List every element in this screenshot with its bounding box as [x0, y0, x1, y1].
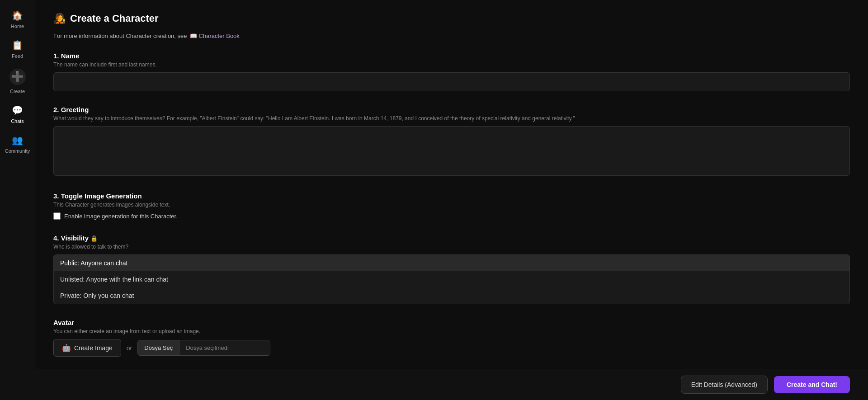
- home-icon: 🏠: [11, 9, 24, 22]
- sidebar-item-chats[interactable]: 💬 Chats: [2, 99, 33, 128]
- image-generation-section: 3. Toggle Image Generation This Characte…: [53, 192, 850, 220]
- name-section-title: 1. Name: [53, 52, 850, 60]
- sidebar-item-community[interactable]: 👥 Community: [2, 129, 33, 158]
- visibility-section: 4. Visibility 🔒 Who is allowed to talk t…: [53, 234, 850, 304]
- greeting-input[interactable]: [53, 126, 850, 176]
- sidebar-item-home-label: Home: [11, 24, 24, 29]
- greeting-section-title: 2. Greeting: [53, 106, 850, 113]
- visibility-section-title: 4. Visibility 🔒: [53, 234, 850, 242]
- name-section: 1. Name The name can include first and l…: [53, 52, 850, 91]
- avatar-section: Avatar You can either create an image fr…: [53, 319, 850, 357]
- or-text: or: [127, 344, 132, 352]
- main-content: 🧑‍🎤 Create a Character For more informat…: [35, 0, 868, 400]
- chats-icon: 💬: [11, 104, 24, 117]
- visibility-option-unlisted[interactable]: Unlisted: Anyone with the link can chat: [54, 271, 849, 287]
- avatar-section-title: Avatar: [53, 319, 850, 326]
- avatar-section-subtitle: You can either create an image from text…: [53, 328, 850, 334]
- sidebar-item-feed-label: Feed: [12, 53, 23, 59]
- visibility-section-subtitle: Who is allowed to talk to them?: [53, 244, 850, 250]
- greeting-section: 2. Greeting What would they say to intro…: [53, 106, 850, 178]
- file-choose-button[interactable]: Dosya Seç: [138, 340, 179, 355]
- file-upload-group: Dosya Seç Dosya seçilmedi: [137, 340, 270, 356]
- feed-icon: 📋: [11, 39, 24, 52]
- character-book-link-text: Character Book: [199, 33, 240, 39]
- image-generation-checkbox-label[interactable]: Enable image generation for this Charact…: [64, 213, 178, 220]
- robot-icon: 🤖: [62, 344, 71, 352]
- greeting-section-subtitle: What would they say to introduce themsel…: [53, 115, 850, 122]
- create-image-button-label: Create Image: [74, 344, 113, 352]
- page-title-row: 🧑‍🎤 Create a Character: [53, 13, 850, 24]
- visibility-lock-icon: 🔒: [90, 235, 98, 242]
- avatar-row: 🤖 Create Image or Dosya Seç Dosya seçilm…: [53, 339, 850, 357]
- image-generation-section-title: 3. Toggle Image Generation: [53, 192, 850, 200]
- visibility-option-private[interactable]: Private: Only you can chat: [54, 287, 849, 304]
- sidebar-item-home[interactable]: 🏠 Home: [2, 5, 33, 33]
- create-image-button[interactable]: 🤖 Create Image: [53, 339, 121, 357]
- image-generation-checkbox-row: Enable image generation for this Charact…: [53, 212, 850, 220]
- visibility-select[interactable]: Public: Anyone can chat Unlisted: Anyone…: [53, 254, 850, 304]
- sidebar-item-create-label: Create: [10, 89, 25, 94]
- character-title-icon: 🧑‍🎤: [53, 13, 66, 24]
- create-and-chat-button[interactable]: Create and Chat!: [774, 376, 850, 393]
- sidebar-item-chats-label: Chats: [11, 118, 24, 124]
- sidebar-item-create[interactable]: ➕ Create: [2, 64, 33, 99]
- name-section-subtitle: The name can include first and last name…: [53, 61, 850, 68]
- name-input[interactable]: [53, 72, 850, 91]
- file-name-display: Dosya seçilmedi: [179, 340, 270, 355]
- sidebar-item-community-label: Community: [5, 148, 30, 154]
- community-icon: 👥: [11, 134, 24, 146]
- page-title: Create a Character: [70, 13, 159, 24]
- sidebar-item-feed[interactable]: 📋 Feed: [2, 34, 33, 63]
- info-bar: For more information about Character cre…: [53, 33, 850, 39]
- book-icon: 📖: [190, 33, 197, 39]
- bottom-bar: Edit Details (Advanced) Create and Chat!: [35, 369, 868, 400]
- create-plus-icon: ➕: [9, 69, 26, 85]
- edit-details-button[interactable]: Edit Details (Advanced): [681, 376, 768, 394]
- image-generation-section-subtitle: This Character generates images alongsid…: [53, 202, 850, 208]
- visibility-option-public[interactable]: Public: Anyone can chat: [54, 255, 849, 271]
- info-text: For more information about Character cre…: [53, 33, 187, 39]
- image-generation-checkbox[interactable]: [53, 212, 61, 220]
- sidebar: 🏠 Home 📋 Feed ➕ Create 💬 Chats 👥 Communi…: [0, 0, 35, 400]
- character-book-link[interactable]: 📖 Character Book: [190, 33, 240, 39]
